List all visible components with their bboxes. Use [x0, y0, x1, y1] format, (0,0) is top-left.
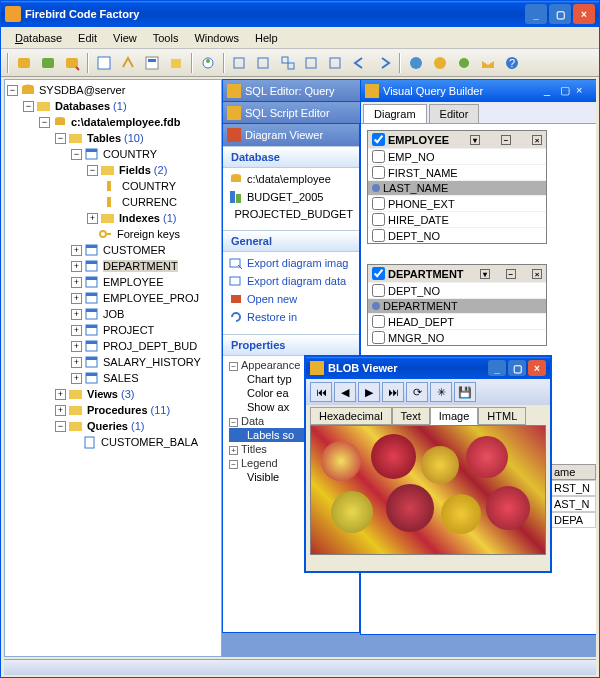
menu-tools[interactable]: Tools [145, 30, 187, 46]
sql-editor-title[interactable]: SQL Editor: Query [223, 80, 361, 102]
tree-field[interactable]: COUNTRY [7, 178, 219, 194]
toolbar-button[interactable] [301, 52, 323, 74]
table-employee[interactable]: EMPLOYEE▾−× EMP_NO FIRST_NAME LAST_NAME … [367, 130, 547, 244]
diagram-table-item[interactable]: PROJECTED_BUDGET [225, 206, 357, 222]
blob-max[interactable]: ▢ [508, 360, 526, 376]
blob-close[interactable]: × [528, 360, 546, 376]
tree-table[interactable]: +SALES [7, 370, 219, 386]
toolbar-button[interactable] [141, 52, 163, 74]
table-check[interactable] [372, 267, 385, 280]
vqb-close[interactable]: × [576, 84, 592, 98]
vqb-title[interactable]: Visual Query Builder _ ▢ × [361, 80, 596, 102]
blob-refresh[interactable]: ⟳ [406, 382, 428, 402]
tree-table[interactable]: +JOB [7, 306, 219, 322]
tree-fkeys[interactable]: Foreign keys [7, 226, 219, 242]
table-min[interactable]: − [506, 269, 516, 279]
diagram-table-item[interactable]: BUDGET_2005 [225, 188, 357, 206]
tree-table[interactable]: +EMPLOYEE [7, 274, 219, 290]
maximize-button[interactable]: ▢ [549, 4, 571, 24]
toolbar-button[interactable] [197, 52, 219, 74]
tab-hex[interactable]: Hexadecimal [310, 407, 392, 425]
toolbar-button[interactable] [253, 52, 275, 74]
blob-first[interactable]: ⏮ [310, 382, 332, 402]
tree-table[interactable]: +PROJ_DEPT_BUD [7, 338, 219, 354]
menu-view[interactable]: View [105, 30, 145, 46]
minimize-button[interactable]: _ [525, 4, 547, 24]
tab-diagram[interactable]: Diagram [363, 104, 427, 123]
toolbar-button[interactable] [165, 52, 187, 74]
export-image-link[interactable]: Export diagram imag [225, 254, 357, 272]
toolbar-button[interactable] [93, 52, 115, 74]
field-row-selected[interactable]: LAST_NAME [368, 180, 546, 195]
tree-table[interactable]: +PROJECT [7, 322, 219, 338]
toolbar-button[interactable] [453, 52, 475, 74]
export-data-link[interactable]: Export diagram data [225, 272, 357, 290]
tree-root[interactable]: −SYSDBA@server [7, 82, 219, 98]
toolbar-button[interactable] [349, 52, 371, 74]
tree-table[interactable]: +EMPLOYEE_PROJ [7, 290, 219, 306]
toolbar-button[interactable] [373, 52, 395, 74]
toolbar-button[interactable] [325, 52, 347, 74]
field-row[interactable]: PHONE_EXT [368, 195, 546, 211]
toolbar-button[interactable] [61, 52, 83, 74]
table-close[interactable]: × [532, 269, 542, 279]
vqb-max[interactable]: ▢ [560, 84, 576, 98]
menu-edit[interactable]: Edit [70, 30, 105, 46]
blob-save[interactable]: 💾 [454, 382, 476, 402]
menu-database[interactable]: DDatabaseatabase [7, 30, 70, 46]
menu-windows[interactable]: Windows [186, 30, 247, 46]
table-check[interactable] [372, 133, 385, 146]
tree-query[interactable]: CUSTOMER_BALA [7, 434, 219, 450]
tree-procedures[interactable]: +Procedures (11) [7, 402, 219, 418]
vqb-min[interactable]: _ [544, 84, 560, 98]
blob-last[interactable]: ⏭ [382, 382, 404, 402]
tree-dbfile[interactable]: −c:\data\employee.fdb [7, 114, 219, 130]
sql-script-title[interactable]: SQL Script Editor [223, 102, 361, 124]
toolbar-button[interactable] [117, 52, 139, 74]
tab-text[interactable]: Text [392, 407, 430, 425]
tree-table-country[interactable]: −COUNTRY [7, 146, 219, 162]
toolbar-button[interactable] [405, 52, 427, 74]
tree-table[interactable]: +SALARY_HISTORY [7, 354, 219, 370]
field-row[interactable]: HIRE_DATE [368, 211, 546, 227]
blob-prev[interactable]: ◀ [334, 382, 356, 402]
tree-queries[interactable]: −Queries (1) [7, 418, 219, 434]
tab-html[interactable]: HTML [478, 407, 526, 425]
restore-link[interactable]: Restore in [225, 308, 357, 326]
toolbar-button[interactable] [429, 52, 451, 74]
blob-titlebar[interactable]: BLOB Viewer _ ▢ × [306, 357, 550, 379]
diagram-viewer-title[interactable]: Diagram Viewer [223, 124, 359, 146]
tree-views[interactable]: +Views (3) [7, 386, 219, 402]
toolbar-button[interactable] [277, 52, 299, 74]
toolbar-button[interactable]: ? [501, 52, 523, 74]
field-row[interactable]: HEAD_DEPT [368, 313, 546, 329]
tree-indexes[interactable]: +Indexes (1) [7, 210, 219, 226]
table-department[interactable]: DEPARTMENT▾−× DEPT_NO DEPARTMENT HEAD_DE… [367, 264, 547, 346]
field-row[interactable]: DEPT_NO [368, 227, 546, 243]
blob-viewer-window[interactable]: BLOB Viewer _ ▢ × ⏮ ◀ ▶ ⏭ ⟳ ✳ 💾 Hexadeci… [304, 355, 552, 573]
tree-fields[interactable]: −Fields (2) [7, 162, 219, 178]
tree-table-department[interactable]: +DEPARTMENT [7, 258, 219, 274]
tree-table[interactable]: +CUSTOMER [7, 242, 219, 258]
tab-editor[interactable]: Editor [429, 104, 480, 123]
table-dropdown[interactable]: ▾ [480, 269, 490, 279]
tree-field[interactable]: CURRENC [7, 194, 219, 210]
table-dropdown[interactable]: ▾ [470, 135, 480, 145]
field-row[interactable]: EMP_NO [368, 148, 546, 164]
table-close[interactable]: × [532, 135, 542, 145]
open-new-link[interactable]: Open new [225, 290, 357, 308]
field-row[interactable]: FIRST_NAME [368, 164, 546, 180]
menu-help[interactable]: Help [247, 30, 286, 46]
tab-image[interactable]: Image [430, 407, 479, 425]
blob-star[interactable]: ✳ [430, 382, 452, 402]
table-min[interactable]: − [501, 135, 511, 145]
field-row[interactable]: DEPT_NO [368, 282, 546, 298]
toolbar-button[interactable] [477, 52, 499, 74]
tree-databases[interactable]: −Databases (1) [7, 98, 219, 114]
diagram-db-item[interactable]: c:\data\employee [225, 170, 357, 188]
toolbar-button[interactable] [37, 52, 59, 74]
toolbar-button[interactable] [229, 52, 251, 74]
blob-next[interactable]: ▶ [358, 382, 380, 402]
field-row[interactable]: MNGR_NO [368, 329, 546, 345]
field-row-selected[interactable]: DEPARTMENT [368, 298, 546, 313]
